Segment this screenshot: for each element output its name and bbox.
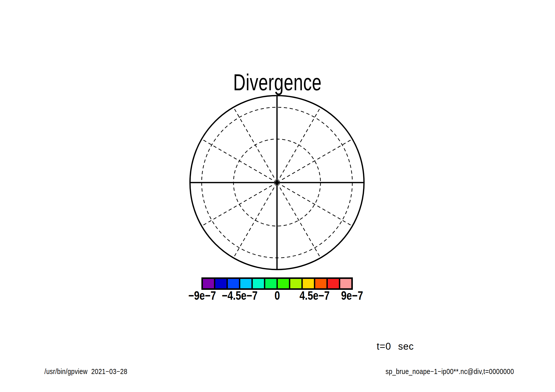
time-label: t=0 sec: [377, 342, 414, 351]
meridian-line-120deg: [234, 107, 277, 183]
colorbar-cell: [277, 278, 290, 289]
colorbar-cell: [227, 278, 240, 289]
gpview-plot-page: Divergence: [0, 0, 555, 392]
meridian-line-240deg: [234, 183, 277, 258]
polar-plot: [0, 0, 555, 392]
meridian-line-300deg: [277, 183, 321, 258]
colorbar-tick-label-9e-7: 9e−7: [341, 290, 363, 302]
meridian-line-60deg: [277, 107, 321, 183]
colorbar-tick-label-neg9e-7: −9e−7: [188, 290, 216, 302]
colorbar-cell: [340, 278, 352, 289]
meridian-line-330deg: [277, 183, 352, 226]
footer-data-source: sp_brue_noape−1−ip00**.nc@div,t=0000000: [386, 368, 514, 375]
colorbar-cell: [315, 278, 327, 289]
colorbar-cell: [240, 278, 252, 289]
colorbar-cell: [290, 278, 302, 289]
colorbar-cell: [265, 278, 277, 289]
footer-command-and-date: /usr/bin/gpview 2021−03−28: [44, 368, 127, 375]
colorbar-tick-label-neg4.5e-7: −4.5e−7: [222, 290, 257, 302]
colorbar-tick-label-0: 0: [274, 290, 280, 302]
colorbar-cell: [327, 278, 340, 289]
colorbar-cell: [252, 278, 265, 289]
colorbar-cell: [302, 278, 315, 289]
meridian-line-210deg: [202, 183, 277, 226]
colorbar-tick-label-4.5e-7: 4.5e−7: [300, 290, 330, 302]
colorbar: [202, 278, 352, 289]
colorbar-cell: [202, 278, 215, 289]
colorbar-cell: [215, 278, 227, 289]
meridian-line-30deg: [277, 139, 352, 183]
meridian-line-150deg: [202, 139, 277, 183]
